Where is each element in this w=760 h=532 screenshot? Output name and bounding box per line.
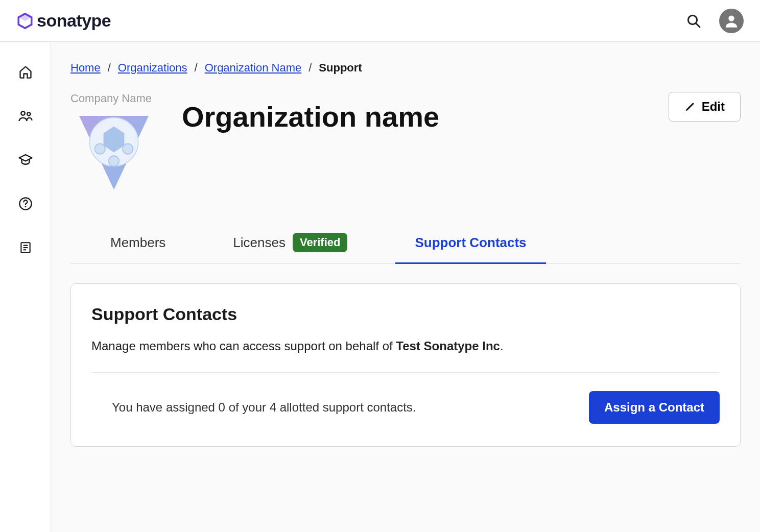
search-button[interactable]: [685, 13, 702, 29]
card-title: Support Contacts: [91, 304, 720, 324]
person-icon: [723, 12, 740, 30]
org-logo-label: Company Name: [70, 92, 168, 105]
users-icon: [18, 108, 33, 124]
edit-button[interactable]: Edit: [669, 92, 741, 122]
assign-contact-button[interactable]: Assign a Contact: [589, 391, 720, 424]
sidebar-item-learn[interactable]: [18, 152, 33, 167]
svg-point-18: [109, 156, 119, 166]
brand-text: sonatype: [37, 11, 111, 31]
tab-support-contacts[interactable]: Support Contacts: [395, 224, 545, 263]
divider: [91, 372, 720, 373]
sidebar: [0, 42, 51, 532]
breadcrumb-separator: /: [108, 61, 111, 75]
help-icon: [18, 197, 33, 211]
search-icon: [685, 13, 702, 29]
page-title: Organization name: [182, 101, 439, 133]
sidebar-item-home[interactable]: [18, 64, 33, 80]
breadcrumb-separator: /: [308, 61, 312, 75]
svg-point-5: [21, 111, 25, 115]
breadcrumb: Home / Organizations / Organization Name…: [70, 61, 741, 75]
verified-badge: Verified: [293, 233, 347, 252]
main-content: Home / Organizations / Organization Name…: [51, 42, 760, 532]
sidebar-item-help[interactable]: [18, 196, 33, 211]
org-logo-image: [70, 107, 157, 194]
tab-licenses[interactable]: Licenses Verified: [213, 224, 367, 263]
tab-label: Support Contacts: [415, 235, 526, 251]
tab-label: Members: [110, 235, 165, 251]
svg-line-3: [696, 23, 700, 27]
tabs: Members Licenses Verified Support Contac…: [70, 224, 741, 264]
brand-logo[interactable]: sonatype: [16, 11, 111, 31]
org-logo: Company Name: [70, 92, 168, 196]
assign-status-text: You have assigned 0 of your 4 allotted s…: [112, 400, 416, 415]
card-description: Manage members who can access support on…: [91, 337, 720, 355]
tab-label: Licenses: [233, 235, 286, 251]
topbar-actions: [685, 9, 744, 33]
svg-point-16: [95, 143, 105, 154]
support-contacts-card: Support Contacts Manage members who can …: [70, 283, 741, 447]
home-icon: [18, 65, 33, 79]
user-avatar[interactable]: [719, 9, 744, 33]
breadcrumb-current: Support: [319, 61, 362, 75]
svg-point-17: [123, 143, 133, 154]
sidebar-item-users[interactable]: [18, 108, 33, 124]
breadcrumb-organization-name[interactable]: Organization Name: [205, 61, 302, 75]
topbar: sonatype: [0, 0, 760, 42]
breadcrumb-separator: /: [195, 61, 198, 75]
breadcrumb-home[interactable]: Home: [70, 61, 101, 75]
document-icon: [19, 241, 32, 254]
pencil-icon: [684, 101, 696, 112]
org-block: Company Name: [70, 92, 439, 196]
svg-point-6: [27, 112, 30, 115]
page-header: Company Name: [70, 92, 741, 196]
edit-button-label: Edit: [702, 100, 725, 114]
svg-point-8: [25, 206, 26, 207]
tab-members[interactable]: Members: [91, 224, 185, 263]
breadcrumb-organizations[interactable]: Organizations: [118, 61, 187, 75]
svg-point-4: [728, 15, 734, 21]
graduation-cap-icon: [18, 152, 33, 167]
sidebar-item-docs[interactable]: [18, 240, 33, 255]
hexagon-icon: [16, 12, 34, 30]
svg-marker-1: [18, 13, 32, 20]
assign-row: You have assigned 0 of your 4 allotted s…: [91, 391, 720, 424]
